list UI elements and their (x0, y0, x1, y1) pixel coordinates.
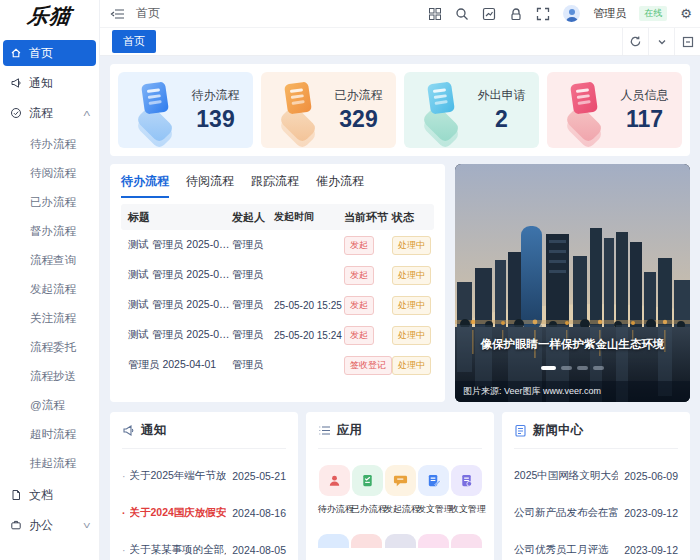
news-item[interactable]: 2025中国网络文明大会互联网公... 2025-06-09 (514, 457, 678, 494)
stat-card-done-flow[interactable]: 已办流程 329 (261, 72, 396, 148)
news-text: 2025中国网络文明大会互联网公... (514, 469, 618, 483)
carousel-dots (455, 366, 690, 370)
settings-gear-icon[interactable]: ⚙ (680, 6, 692, 21)
row-title[interactable]: 测试 管理员 2025-05-20 (121, 328, 232, 342)
sidebar-subitem-toread-flow[interactable]: 待阅流程 (0, 159, 99, 188)
sidebar-subitem-flow-query[interactable]: 流程查询 (0, 246, 99, 275)
notice-item[interactable]: · 关于2025年端午节放假的通知 2025-05-21 (122, 457, 286, 494)
notice-item[interactable]: · 关于2024国庆放假安排 2024-08-16 (122, 494, 286, 531)
tabbar-controls (622, 28, 700, 55)
sidebar-subitem-delegate-flow[interactable]: 流程委托 (0, 333, 99, 362)
image-carousel[interactable]: 像保护眼睛一样保护紫金山生态环境 图片来源: Veer图库 www.veer.c… (455, 164, 690, 402)
status-badge: 处理中 (392, 356, 431, 375)
flow-tab-todo[interactable]: 待办流程 (121, 173, 169, 198)
sidebar-subitem-start-flow[interactable]: 发起流程 (0, 275, 99, 304)
table-row[interactable]: 管理员 2025-04-01 管理员 签收登记 处理中 (121, 350, 434, 380)
sidebar-nav: 首页 通知 流程 ᐱ 待办流程 待阅流程 已办流程 督办流程 流程查询 (0, 32, 99, 542)
user-avatar[interactable] (563, 5, 580, 22)
apps-panel: 应用 待办流程 已办流程 (306, 412, 494, 560)
stat-value: 139 (184, 106, 247, 133)
news-item[interactable]: 公司新产品发布会在富丽饭店召... 2023-09-12 (514, 494, 678, 531)
online-status-badge: 在线 (639, 6, 667, 21)
lock-icon[interactable] (509, 7, 523, 21)
row-starter: 管理员 (232, 298, 274, 312)
sidebar-item-office[interactable]: 办公 ᐯ (3, 512, 96, 538)
chevron-down-icon[interactable] (648, 28, 674, 55)
news-document-icon (514, 424, 527, 437)
sidebar-collapse-icon[interactable] (110, 6, 126, 22)
topbar-actions: 管理员 在线 ⚙ (428, 5, 692, 22)
sidebar-subitem-suspend-flow[interactable]: 挂起流程 (0, 449, 99, 478)
personnel-3d-icon (555, 81, 613, 139)
sidebar-subitem-follow-flow[interactable]: 关注流程 (0, 304, 99, 333)
sidebar-item-process[interactable]: 流程 ᐱ (3, 100, 96, 126)
chevron-down-icon: ᐯ (83, 521, 90, 529)
apps-second-row-partial (318, 534, 482, 548)
tab-home[interactable]: 首页 (112, 30, 156, 53)
row-title[interactable]: 测试 管理员 2025-05-29 (121, 238, 232, 252)
notice-panel: 通知 · 关于2025年端午节放假的通知 2025-05-21 · 关于2024… (110, 412, 298, 560)
stat-label: 待办流程 (184, 87, 247, 104)
app-shortcut-done-flow[interactable]: 已办流程 (351, 465, 383, 516)
news-date: 2025-06-09 (624, 470, 678, 482)
breadcrumb[interactable]: 首页 (136, 5, 160, 22)
sidebar-subitem-at-flow[interactable]: @流程 (0, 391, 99, 420)
table-row[interactable]: 测试 管理员 2025-05-29 管理员 发起 处理中 (121, 230, 434, 260)
sidebar-subitem-done-flow[interactable]: 已办流程 (0, 188, 99, 217)
app-shortcut-receive-docs[interactable]: 收文管理 (450, 465, 482, 516)
sidebar-item-notice[interactable]: 通知 (3, 70, 96, 96)
carousel-dot[interactable] (577, 366, 588, 370)
carousel-dot[interactable] (541, 366, 556, 370)
sidebar-item-docs[interactable]: 文档 (3, 482, 96, 508)
app-shortcut-todo-flow[interactable]: 待办流程 (318, 465, 350, 516)
username[interactable]: 管理员 (593, 6, 626, 21)
news-item[interactable]: 公司优秀员工月评选 2023-09-12 (514, 531, 678, 560)
step-badge: 发起 (344, 236, 374, 255)
stat-label: 已办流程 (327, 87, 390, 104)
sidebar-subitem-cc-flow[interactable]: 流程抄送 (0, 362, 99, 391)
app-shortcut-start-flow[interactable]: 发起流程 (384, 465, 416, 516)
sidebar-subitem-supervise-flow[interactable]: 督办流程 (0, 217, 99, 246)
stat-value: 117 (613, 106, 676, 133)
row-starter: 管理员 (232, 328, 274, 342)
middle-row: 待办流程 待阅流程 跟踪流程 催办流程 标题 发起人 发起时间 当前环节 状态 (110, 164, 690, 402)
news-text: 公司优秀员工月评选 (514, 543, 618, 557)
notice-item[interactable]: · 关于某某事项的全部人员通知公告 2024-08-05 (122, 531, 286, 560)
flow-tab-track[interactable]: 跟踪流程 (251, 173, 299, 198)
row-title[interactable]: 管理员 2025-04-01 (121, 358, 232, 372)
layout-grid-icon[interactable] (428, 7, 442, 21)
row-title[interactable]: 测试 管理员 2025-05-20 (121, 298, 232, 312)
table-row[interactable]: 测试 管理员 2025-05-20 管理员 25-05-20 15:24 发起 … (121, 320, 434, 350)
table-row[interactable]: 测试 管理员 2025-05-20 管理员 25-05-20 15:25 发起 … (121, 290, 434, 320)
flow-panel: 待办流程 待阅流程 跟踪流程 催办流程 标题 发起人 发起时间 当前环节 状态 (110, 164, 445, 402)
stat-card-personnel[interactable]: 人员信息 117 (547, 72, 682, 148)
flow-tab-toread[interactable]: 待阅流程 (186, 173, 234, 198)
flow-tab-urge[interactable]: 催办流程 (316, 173, 364, 198)
row-title[interactable]: 测试 管理员 2025-05-29 (121, 268, 232, 282)
fullscreen-icon[interactable] (536, 7, 550, 21)
sidebar-item-label: 办公 (29, 517, 53, 534)
refresh-icon[interactable] (622, 28, 648, 55)
table-row[interactable]: 测试 管理员 2025-05-29 管理员 发起 处理中 (121, 260, 434, 290)
notice-text: 关于某某事项的全部人员通知公告 (130, 543, 227, 557)
sidebar-item-home[interactable]: 首页 (3, 40, 96, 66)
stat-card-todo-flow[interactable]: 待办流程 139 (118, 72, 253, 148)
flow-tabs: 待办流程 待阅流程 跟踪流程 催办流程 (121, 173, 434, 198)
sidebar-item-label: 文档 (29, 487, 53, 504)
brand-logo: 乐猫 (0, 0, 100, 32)
expand-icon[interactable] (674, 28, 700, 55)
news-panel: 新闻中心 2025中国网络文明大会互联网公... 2025-06-09 公司新产… (502, 412, 690, 560)
notice-text: 关于2024国庆放假安排 (130, 506, 227, 520)
stats-panel: 待办流程 139 已办流程 329 外出申请 2 (110, 64, 690, 156)
carousel-dot[interactable] (561, 366, 572, 370)
panel-title: 通知 (141, 422, 166, 439)
stat-card-out-request[interactable]: 外出申请 2 (404, 72, 539, 148)
sidebar-subitem-timeout-flow[interactable]: 超时流程 (0, 420, 99, 449)
status-badge: 处理中 (392, 326, 431, 345)
sidebar-subitem-todo-flow[interactable]: 待办流程 (0, 130, 99, 159)
dashboard-chart-icon[interactable] (482, 7, 496, 21)
col-starter: 发起人 (232, 210, 274, 225)
search-icon[interactable] (455, 7, 469, 21)
carousel-dot[interactable] (593, 366, 604, 370)
app-shortcut-dispatch-docs[interactable]: 发文管理 (417, 465, 449, 516)
